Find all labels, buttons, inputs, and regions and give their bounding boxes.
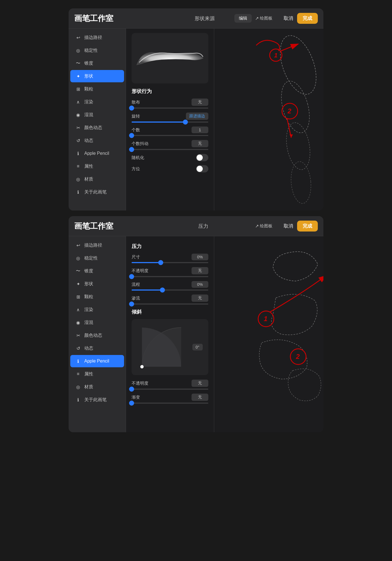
seep-slider[interactable] <box>132 303 208 305</box>
orientation-label: 方位 <box>132 166 196 172</box>
sidebar-item-stability[interactable]: ◎ 稳定性 <box>70 44 124 57</box>
scatter-badge[interactable]: 无 <box>192 99 208 106</box>
p2-sidebar-about[interactable]: ℹ 关于此画笔 <box>70 394 124 406</box>
p2-sidebar-dynamics[interactable]: ↺ 动态 <box>70 342 124 354</box>
p2-sidebar-color-dynamics[interactable]: ✂ 颜色动态 <box>70 329 124 342</box>
done-button[interactable]: 完成 <box>297 13 318 24</box>
brush-preview <box>132 33 208 83</box>
p2-sidebar-taper[interactable]: 〜 锥度 <box>70 265 124 277</box>
sidebar-item-color-dynamics[interactable]: ✂ 颜色动态 <box>70 121 124 134</box>
opacity-slider[interactable] <box>132 276 208 277</box>
brush-preview-svg <box>134 44 206 72</box>
p2-sidebar-stroke-path[interactable]: ↩ 描边路径 <box>70 239 124 251</box>
rotation-badge[interactable]: 跟进描边 <box>186 113 208 120</box>
p2-sidebar-material[interactable]: ◎ 材质 <box>70 381 124 393</box>
drawing-board-label-2: 绘图板 <box>260 223 272 229</box>
gradient-badge[interactable]: 无 <box>192 394 208 401</box>
sidebar-item-shape[interactable]: ✦ 形状 <box>70 70 124 82</box>
tilt-opacity-badge[interactable]: 无 <box>192 380 208 387</box>
p2-stability-icon: ◎ <box>75 255 81 261</box>
drawing-board-link[interactable]: ↗ 绘图板 <box>255 16 272 21</box>
color-dynamics-icon: ✂ <box>75 124 81 131</box>
gradient-label: 渐变 <box>132 395 192 400</box>
flow-slider[interactable] <box>132 289 208 291</box>
orientation-toggle[interactable] <box>196 165 208 172</box>
panel1-main: ↩ 描边路径 ◎ 稳定性 〜 锥度 ✦ 形状 ⊞ 颗粒 ∧ 渲染 <box>69 29 323 211</box>
p2-taper-icon: 〜 <box>75 268 81 274</box>
tilt-arc-area: 0° <box>132 319 208 375</box>
dynamics-icon: ↺ <box>75 137 81 144</box>
opacity-label: 不透明度 <box>132 268 192 274</box>
count-jitter-label: 个数抖动 <box>132 141 192 146</box>
panel1-sidebar: ↩ 描边路径 ◎ 稳定性 〜 锥度 ✦ 形状 ⊞ 颗粒 ∧ 渲染 <box>69 29 126 211</box>
p2-sidebar-wet-mix[interactable]: ◉ 湿混 <box>70 316 124 329</box>
p2-render-icon: ∧ <box>75 306 81 313</box>
panel1-header: 画笔工作室 形状来源 编辑 ↗ 绘图板 取消 完成 <box>69 8 323 29</box>
sidebar-item-stroke-path[interactable]: ↩ 描边路径 <box>70 31 124 44</box>
sidebar-item-dynamics[interactable]: ↺ 动态 <box>70 134 124 147</box>
cancel-button-2[interactable]: 取消 <box>284 223 293 229</box>
seep-badge[interactable]: 无 <box>192 294 208 302</box>
size-slider[interactable] <box>132 262 208 263</box>
p2-properties-icon: ≡ <box>75 371 81 377</box>
pressure-title: 压力 <box>132 243 208 250</box>
sidebar-item-taper[interactable]: 〜 锥度 <box>70 57 124 69</box>
gradient-slider[interactable] <box>132 403 208 404</box>
tilt-opacity-slider[interactable] <box>132 389 208 390</box>
sidebar-item-about[interactable]: ℹ 关于此画笔 <box>70 186 124 198</box>
sidebar-item-properties[interactable]: ≡ 属性 <box>70 160 124 172</box>
p2-grain-icon: ⊞ <box>75 293 81 300</box>
cancel-button[interactable]: 取消 <box>284 15 293 22</box>
scatter-row: 散布 无 <box>132 99 208 106</box>
grain-icon: ⊞ <box>75 86 81 92</box>
svg-point-14 <box>140 365 144 368</box>
drawing-board-link-2[interactable]: ↗ 绘图板 <box>255 223 272 229</box>
count-badge[interactable]: 1 <box>192 127 208 133</box>
p2-sidebar-grain[interactable]: ⊞ 颗粒 <box>70 291 124 303</box>
p2-sidebar-shape[interactable]: ✦ 形状 <box>70 278 124 290</box>
sidebar-item-wet-mix[interactable]: ◉ 湿混 <box>70 109 124 121</box>
shape-icon: ✦ <box>75 73 81 80</box>
drawing-board-label: 绘图板 <box>260 16 272 21</box>
panel1-canvas: 1 2 <box>214 29 323 211</box>
gradient-row: 渐变 无 <box>132 394 208 401</box>
panel-1: 画笔工作室 形状来源 编辑 ↗ 绘图板 取消 完成 ↩ 描边路径 ◎ 稳定性 〜… <box>69 8 323 211</box>
p2-stroke-path-icon: ↩ <box>75 242 81 249</box>
sidebar-item-apple-pencil[interactable]: ℹ Apple Pencil <box>70 147 124 160</box>
p2-sidebar-stability[interactable]: ◎ 稳定性 <box>70 252 124 264</box>
scatter-slider[interactable] <box>132 107 208 109</box>
svg-text:1: 1 <box>264 315 267 322</box>
rotation-slider[interactable] <box>132 121 208 123</box>
p2-sidebar-properties[interactable]: ≡ 属性 <box>70 368 124 380</box>
randomize-toggle[interactable] <box>196 154 208 161</box>
count-slider[interactable] <box>132 135 208 136</box>
sidebar-item-grain[interactable]: ⊞ 颗粒 <box>70 83 124 95</box>
count-jitter-slider[interactable] <box>132 149 208 150</box>
count-row: 个数 1 <box>132 127 208 133</box>
flow-badge[interactable]: 0% <box>192 281 208 288</box>
svg-rect-15 <box>214 236 323 432</box>
edit-button[interactable]: 编辑 <box>234 14 252 23</box>
svg-text:1: 1 <box>274 52 277 59</box>
panel2-canvas: 1 2 <box>214 236 323 432</box>
drawing-icon: ↗ <box>255 16 259 21</box>
opacity-badge[interactable]: 无 <box>192 267 208 274</box>
panel2-title: 画笔工作室 <box>74 221 113 232</box>
stroke-path-icon: ↩ <box>75 34 81 41</box>
count-label: 个数 <box>132 127 192 133</box>
panel-2: 画笔工作室 压力 ↗ 绘图板 取消 完成 ↩ 描边路径 ◎ 稳定性 〜 锥度 ✦ <box>69 216 323 432</box>
done-button-2[interactable]: 完成 <box>297 221 318 232</box>
p2-color-dyn-icon: ✂ <box>75 332 81 339</box>
panel2-section: 压力 <box>198 223 208 230</box>
seep-row: 渗流 无 <box>132 294 208 302</box>
panel2-sidebar: ↩ 描边路径 ◎ 稳定性 〜 锥度 ✦ 形状 ⊞ 颗粒 ∧ 渲染 <box>69 236 126 432</box>
sidebar-item-material[interactable]: ◎ 材质 <box>70 173 124 185</box>
p2-sidebar-apple-pencil[interactable]: ℹ Apple Pencil <box>70 355 124 367</box>
orientation-row: 方位 <box>132 165 208 172</box>
apple-pencil-icon: ℹ <box>75 150 81 157</box>
count-jitter-badge[interactable]: 无 <box>192 140 208 147</box>
randomize-row: 随机化 <box>132 154 208 161</box>
sidebar-item-render[interactable]: ∧ 渲染 <box>70 96 124 108</box>
p2-sidebar-render[interactable]: ∧ 渲染 <box>70 303 124 316</box>
size-badge[interactable]: 0% <box>192 254 208 260</box>
